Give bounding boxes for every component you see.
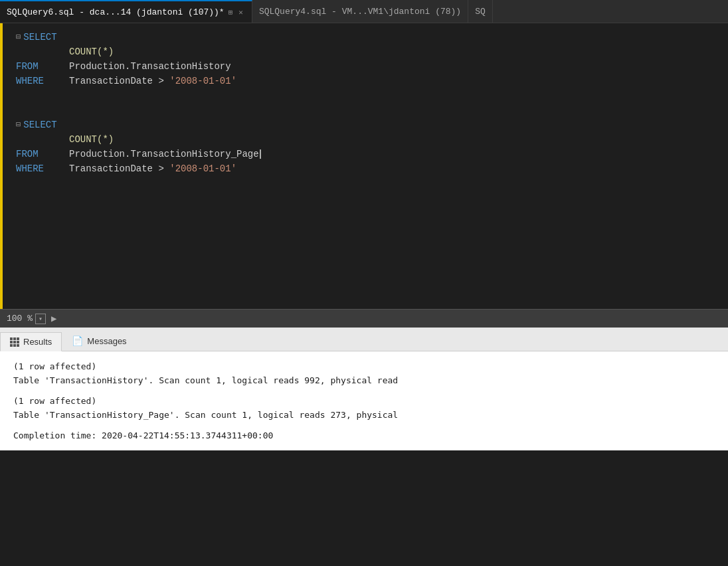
msg-line-2: Table 'TransactionHistory'. Scan count 1… [13,373,715,387]
q2-from-line: FROM Production.TransactionHistory_Page [16,147,728,161]
q1-count-fn: COUNT(*) [69,45,114,59]
q1-where-str: '2008-01-01' [169,74,236,88]
tab-messages[interactable]: 📄 Messages [62,331,136,351]
q2-where-val: TransactionDate > [69,161,169,176]
blank-line-2 [16,103,728,118]
q1-where-val: TransactionDate > [69,74,169,88]
q1-from-val: Production.TransactionHistory [69,59,231,74]
editor-area: ⊟ SELECT COUNT(*) FROM Production.Transa… [0,23,728,309]
zoom-bar: 100 % ▾ ▶ [0,309,728,328]
tab-messages-label: Messages [87,336,126,346]
q2-count-line: COUNT(*) [16,132,728,147]
grid-icon [10,337,19,347]
msg-blank-1 [13,387,715,394]
msg-line-4: Table 'TransactionHistory_Page'. Scan co… [13,408,715,422]
tab-query4[interactable]: SQLQuery4.sql - VM...VM1\jdantoni (78)) [252,0,468,23]
msg-blank-2 [13,422,715,428]
collapse-icon-2[interactable]: ⊟ [16,118,21,132]
q2-from-val: Production.TransactionHistory_Page [69,147,259,161]
q2-select-kw: SELECT [23,118,56,132]
scroll-right-icon[interactable]: ▶ [51,313,56,324]
tab-query4-label: SQLQuery4.sql - VM...VM1\jdantoni (78)) [259,7,461,17]
q2-count-fn: COUNT(*) [69,132,114,147]
collapse-icon-1[interactable]: ⊟ [16,30,21,45]
results-tab-bar: Results 📄 Messages [0,328,728,351]
q1-count-line: COUNT(*) [16,45,728,59]
msg-line-1: (1 row affected) [13,359,715,373]
results-panel: Results 📄 Messages (1 row affected) Tabl… [0,328,728,450]
q1-from-kw: FROM [16,59,69,74]
tab-results[interactable]: Results [0,332,62,351]
msg-line-3: (1 row affected) [13,394,715,408]
close-icon[interactable]: ✕ [236,7,245,17]
tab-sq-label: SQ [475,7,486,17]
q1-select-line: ⊟ SELECT [16,30,728,45]
zoom-dropdown-arrow: ▾ [39,315,43,323]
tab-query6-label: SQLQuery6.sql - dca...14 (jdantoni (107)… [7,7,225,17]
q2-where-line: WHERE TransactionDate > '2008-01-01' [16,161,728,176]
tab-query6[interactable]: SQLQuery6.sql - dca...14 (jdantoni (107)… [0,0,252,23]
q1-select-kw: SELECT [23,30,56,45]
code-editor[interactable]: ⊟ SELECT COUNT(*) FROM Production.Transa… [3,23,728,309]
q1-where-kw: WHERE [16,74,69,88]
q1-from-line: FROM Production.TransactionHistory [16,59,728,74]
tab-results-label: Results [23,337,52,347]
q2-from-kw: FROM [16,147,69,161]
zoom-level: 100 % [7,314,33,324]
text-cursor [260,149,261,159]
tab-bar: SQLQuery6.sql - dca...14 (jdantoni (107)… [0,0,728,23]
tab-sq[interactable]: SQ [468,0,493,23]
messages-content: (1 row affected) Table 'TransactionHisto… [0,351,728,450]
q2-where-str: '2008-01-01' [169,161,236,176]
zoom-dropdown[interactable]: ▾ [35,314,46,324]
messages-icon: 📄 [72,335,83,346]
msg-line-5: Completion time: 2020-04-22T14:55:13.374… [13,428,715,442]
q2-where-kw: WHERE [16,161,69,176]
q2-select-line: ⊟ SELECT [16,118,728,132]
blank-line-1 [16,88,728,103]
pin-icon[interactable]: ⊞ [228,8,233,17]
q1-where-line: WHERE TransactionDate > '2008-01-01' [16,74,728,88]
